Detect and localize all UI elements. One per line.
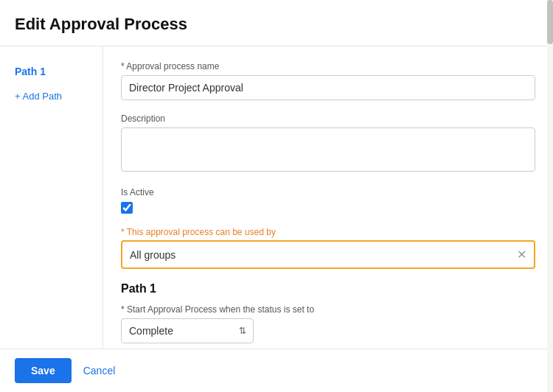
- is-active-group: Is Active: [121, 187, 535, 214]
- save-button[interactable]: Save: [15, 358, 72, 383]
- content-area: * Approval process name Description Is A…: [103, 46, 553, 349]
- path-section: Path 1 * Start Approval Process when the…: [121, 282, 535, 349]
- used-by-clear-button[interactable]: ✕: [517, 248, 526, 262]
- footer: Save Cancel: [0, 349, 553, 392]
- main-layout: Path 1 + Add Path * Approval process nam…: [0, 46, 553, 349]
- start-status-select-wrapper: Complete In Progress Pending ⇅: [121, 318, 254, 343]
- is-active-checkbox[interactable]: [121, 202, 133, 214]
- page-title: Edit Approval Process: [0, 15, 553, 46]
- approval-process-name-input[interactable]: [121, 75, 535, 100]
- path-section-title: Path 1: [121, 282, 535, 295]
- sidebar-add-path[interactable]: + Add Path: [0, 88, 74, 105]
- sidebar: Path 1 + Add Path: [0, 46, 103, 349]
- page-container: Edit Approval Process Path 1 + Add Path …: [0, 0, 553, 392]
- approval-process-name-label: * Approval process name: [121, 61, 535, 71]
- description-group: Description: [121, 113, 535, 174]
- cancel-button[interactable]: Cancel: [83, 365, 116, 377]
- sidebar-item-path1[interactable]: Path 1: [0, 61, 102, 82]
- start-status-select[interactable]: Complete In Progress Pending: [121, 318, 254, 343]
- approval-process-name-group: * Approval process name: [121, 61, 535, 100]
- used-by-label: * This approval process can be used by: [121, 227, 535, 237]
- used-by-group: * This approval process can be used by A…: [121, 227, 535, 269]
- is-active-label: Is Active: [121, 187, 535, 197]
- used-by-value: All groups: [130, 249, 511, 261]
- description-input[interactable]: [121, 127, 535, 172]
- start-status-label: * Start Approval Process when the status…: [121, 304, 535, 315]
- description-label: Description: [121, 113, 535, 124]
- used-by-wrapper: All groups ✕: [121, 240, 535, 269]
- scrollbar-track[interactable]: [547, 46, 553, 349]
- start-status-group: * Start Approval Process when the status…: [121, 304, 535, 343]
